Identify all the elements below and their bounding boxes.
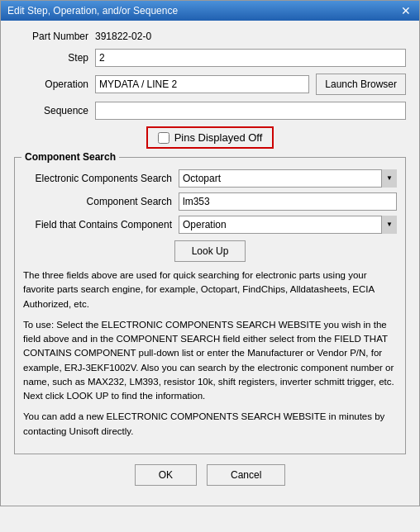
description-para-3: You can add a new ELECTRONIC COMPONENTS … — [23, 410, 397, 439]
sequence-input[interactable] — [95, 102, 406, 120]
description-para-1: The three fields above are used for quic… — [23, 268, 397, 311]
component-search-input[interactable] — [179, 192, 397, 211]
operation-row: Operation Launch Browser — [14, 74, 406, 95]
title-bar: Edit Step, Operation, and/or Sequence ✕ — [1, 1, 419, 21]
content-area: Part Number 391822-02-0 Step Operation L… — [1, 21, 419, 506]
component-search-group: Component Search Electronic Components S… — [14, 157, 406, 454]
field-contains-label: Field that Contains Component — [23, 219, 172, 230]
field-contains-select-wrap: Operation Part Number Step Sequence — [179, 216, 397, 234]
pins-row: Pins Displayed Off — [14, 126, 406, 149]
part-number-value: 391822-02-0 — [95, 31, 151, 42]
step-row: Step — [14, 49, 406, 67]
part-number-label: Part Number — [14, 31, 88, 42]
group-content: Electronic Components Search Octopart Fi… — [23, 169, 397, 439]
sequence-row: Sequence — [14, 102, 406, 120]
pins-displayed-text: Pins Displayed Off — [174, 131, 263, 144]
window-title: Edit Step, Operation, and/or Sequence — [7, 5, 178, 17]
ec-search-select-wrap: Octopart FindChips Alldatasheets ECIA Au… — [179, 169, 397, 188]
bottom-buttons: OK Cancel — [14, 464, 406, 496]
operation-input[interactable] — [95, 75, 309, 93]
lookup-row: Look Up — [23, 240, 397, 262]
ec-search-row: Electronic Components Search Octopart Fi… — [23, 169, 397, 188]
ec-search-select[interactable]: Octopart FindChips Alldatasheets ECIA Au… — [179, 169, 397, 188]
component-search-label: Component Search — [23, 196, 172, 207]
step-label: Step — [14, 52, 88, 64]
ok-button[interactable]: OK — [135, 464, 197, 486]
pins-displayed-checkbox[interactable] — [158, 132, 169, 144]
close-button[interactable]: ✕ — [399, 4, 413, 17]
step-input[interactable] — [95, 49, 406, 67]
group-box-legend: Component Search — [21, 151, 119, 163]
field-contains-row: Field that Contains Component Operation … — [23, 216, 397, 234]
component-search-row: Component Search — [23, 192, 397, 211]
cancel-button[interactable]: Cancel — [207, 464, 285, 486]
part-number-row: Part Number 391822-02-0 — [14, 31, 406, 42]
main-window: Edit Step, Operation, and/or Sequence ✕ … — [0, 0, 420, 506]
field-contains-select[interactable]: Operation Part Number Step Sequence — [179, 216, 397, 234]
description-para-2: To use: Select the ELECTRONIC COMPONENTS… — [23, 318, 397, 404]
ec-search-label: Electronic Components Search — [23, 173, 172, 184]
operation-label: Operation — [14, 78, 88, 90]
launch-browser-button[interactable]: Launch Browser — [316, 74, 406, 95]
lookup-button[interactable]: Look Up — [174, 240, 246, 262]
description-area: The three fields above are used for quic… — [23, 268, 397, 439]
pins-displayed-label[interactable]: Pins Displayed Off — [146, 126, 274, 149]
sequence-label: Sequence — [14, 105, 88, 116]
